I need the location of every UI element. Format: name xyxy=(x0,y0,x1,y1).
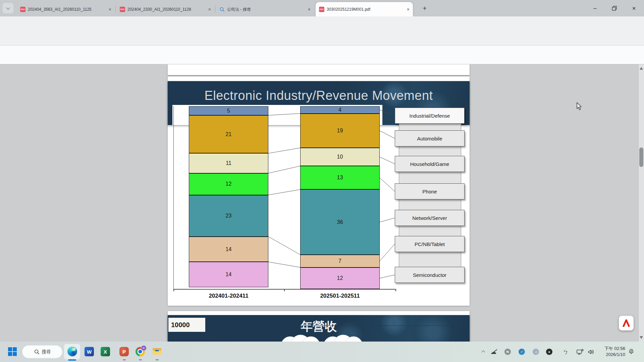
category-label-box: Industrial/Defense xyxy=(395,108,465,124)
chart-segment: 7 xyxy=(300,255,380,267)
acrobat-floating-button[interactable] xyxy=(619,316,634,330)
edge-icon xyxy=(67,347,77,356)
mouse-cursor xyxy=(575,102,582,111)
volume-icon[interactable] xyxy=(588,349,594,355)
chart-segment: 19 xyxy=(300,114,380,148)
axis-tick xyxy=(173,289,174,291)
chrome-icon[interactable]: C xyxy=(136,347,145,356)
segment-value: 13 xyxy=(337,175,343,181)
category-label-box: Household/Game xyxy=(395,156,465,172)
axis-tick xyxy=(284,289,285,291)
excel-icon[interactable]: X xyxy=(101,347,110,356)
chart-segment: 14 xyxy=(189,262,268,287)
file-explorer-icon[interactable] xyxy=(152,347,162,356)
clock-time: 下午 02:56 xyxy=(599,346,625,352)
close-tab-icon[interactable]: × xyxy=(308,7,311,12)
chevron-down-icon xyxy=(6,6,10,9)
search-icon xyxy=(34,349,40,355)
category-label-box: Network/Server xyxy=(395,210,465,226)
close-window-button[interactable]: × xyxy=(624,0,644,16)
tray-expand-icon[interactable] xyxy=(481,350,485,354)
close-tab-icon[interactable]: × xyxy=(407,7,410,12)
ime-indicator[interactable]: ㄅ xyxy=(563,348,569,356)
pdf-file-icon: PDF xyxy=(120,7,125,12)
acrobat-logo-icon xyxy=(622,319,631,327)
new-tab-button[interactable]: + xyxy=(420,4,429,13)
segment-value: 12 xyxy=(226,181,232,187)
taskbar-edge-active[interactable] xyxy=(64,344,80,360)
explorer-running-indicator xyxy=(156,359,159,360)
tab-active-pdf[interactable]: PDF 303020251219M001.pdf × xyxy=(316,2,413,16)
previous-page-bottom xyxy=(168,64,470,75)
taskbar: 搜尋 W X P C ☁ f5 ✔ ◁ × ㄅ 下午 02:56 2026/1/… xyxy=(0,342,644,362)
media-tray-icon[interactable]: ◁ xyxy=(533,349,539,355)
tab-bar: PDF 202404_3563_AI1_20260110_1125 × PDF … xyxy=(0,0,644,16)
tab-label: 303020251219M001.pdf xyxy=(327,7,404,12)
clock-date: 2026/1/10 xyxy=(599,352,625,358)
segment-value: 11 xyxy=(226,160,231,166)
notification-bell-icon[interactable] xyxy=(628,348,635,355)
segment-value: 23 xyxy=(226,213,232,219)
edge-running-indicator xyxy=(68,359,76,361)
pdf-page-14: 年營收 10000 xyxy=(168,311,470,342)
tab-label: 202404_2330_AI1_20260110_1128 xyxy=(127,7,206,12)
chart-segment: 4 xyxy=(300,106,380,114)
tab-separator xyxy=(215,6,215,12)
pdf-toolbar: 繪圖 T aあ 詢問 Copilot − + ↔ 13 之 41 使用 Acr xyxy=(0,46,644,64)
segment-value: 5 xyxy=(227,108,230,114)
chart-segment: 36 xyxy=(300,189,380,254)
category-label-box: Automobile xyxy=(395,130,465,146)
minimize-button[interactable]: – xyxy=(585,0,605,16)
close-tab-icon[interactable]: × xyxy=(208,7,211,12)
f5-tray-icon[interactable]: f5 xyxy=(504,349,511,355)
scroll-up-arrow[interactable] xyxy=(640,67,643,70)
scroll-down-arrow[interactable] xyxy=(640,336,643,339)
tab-separator xyxy=(115,6,116,12)
segment-value: 4 xyxy=(338,107,341,113)
segment-value: 14 xyxy=(226,272,232,278)
powerpoint-running-indicator xyxy=(123,359,126,360)
close-tab-icon[interactable]: × xyxy=(109,7,111,12)
tab-search-result[interactable]: 公司法 - 搜尋 × xyxy=(216,3,314,16)
chart-segment: 10 xyxy=(300,148,380,166)
tab-label: 公司法 - 搜尋 xyxy=(227,7,305,12)
segment-value: 21 xyxy=(226,131,232,137)
chart-segment: 14 xyxy=(189,237,268,262)
restore-icon xyxy=(612,6,617,11)
vpn-shield-icon[interactable]: ✔ xyxy=(519,349,525,355)
start-button[interactable] xyxy=(8,347,17,356)
pdf-file-icon: PDF xyxy=(20,7,25,12)
taskbar-clock[interactable]: 下午 02:56 2026/1/10 xyxy=(599,346,625,358)
tab-search-button[interactable] xyxy=(3,3,13,13)
restore-button[interactable] xyxy=(605,0,624,16)
tab-pdf-2[interactable]: PDF 202404_2330_AI1_20260110_1128 × xyxy=(116,3,214,16)
segment-value: 7 xyxy=(338,258,341,264)
segment-value: 10 xyxy=(337,154,343,160)
scrollbar-track[interactable] xyxy=(638,64,644,342)
search-icon xyxy=(219,7,225,12)
category-label-box: Semiconductor xyxy=(395,267,465,283)
word-icon[interactable]: W xyxy=(85,347,94,356)
category-label-box: PC/NB/Tablet xyxy=(395,236,465,252)
display-tray-icon[interactable] xyxy=(576,349,584,355)
tab-pdf-1[interactable]: PDF 202404_3563_AI1_20260110_1125 × xyxy=(17,3,115,16)
chrome-running-indicator xyxy=(139,359,142,360)
segment-value: 14 xyxy=(226,246,232,252)
chart-segment: 21 xyxy=(189,115,268,153)
scrollbar-thumb[interactable] xyxy=(639,147,643,167)
offline-x-icon[interactable]: × xyxy=(546,349,552,355)
bookmarks-bar: 匯入我的最愛 G Google 工研院信箱 企業網 xyxy=(0,33,644,46)
taskbar-search[interactable]: 搜尋 xyxy=(22,345,62,358)
powerpoint-icon[interactable]: P xyxy=(119,347,129,356)
onedrive-offline-icon[interactable]: ☁ xyxy=(490,348,496,356)
pdf-content-area[interactable]: Electronic Industry/Revenue Movement 521… xyxy=(0,64,644,342)
tab-label: 202404_3563_AI1_20260110_1125 xyxy=(28,7,106,12)
x-axis-label: 202401-202411 xyxy=(189,293,268,299)
screen: { "tabs": { "items": [ {"label": "202404… xyxy=(0,0,644,362)
chart-segment: 5 xyxy=(189,106,268,115)
address-bar-row: ← ↻ i 檔案 C:/Users/User/Desktop/303020251… xyxy=(0,16,644,33)
category-label-box: Phone xyxy=(395,183,465,199)
chrome-badge: C xyxy=(141,345,147,351)
axis-tick xyxy=(395,289,396,291)
x-axis-label: 202501-202511 xyxy=(300,293,380,299)
